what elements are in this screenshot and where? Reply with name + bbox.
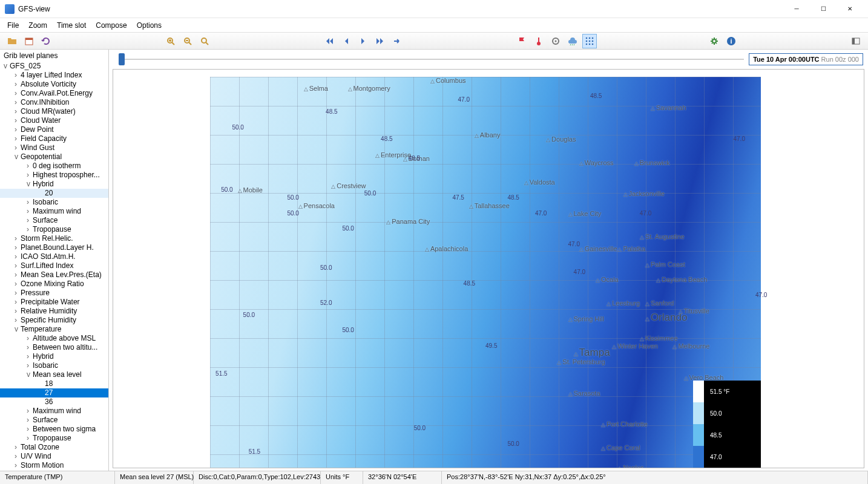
svg-point-6	[537, 42, 541, 45]
calendar-icon[interactable]	[22, 34, 36, 48]
tree-node[interactable]: ›U/V Wind	[0, 452, 108, 461]
status-pos: Pos:28°37'N,-83°-52'E Ny:31,Nx:37 Δy:0.2…	[442, 471, 868, 484]
tree-node[interactable]: ›Highest tropospher...	[0, 171, 108, 180]
precip-icon[interactable]	[565, 34, 580, 48]
tree-node[interactable]: 18	[0, 379, 108, 388]
svg-rect-1	[25, 38, 33, 40]
city-label: Leesburg	[607, 299, 640, 307]
tree-node[interactable]: ›Surface	[0, 416, 108, 425]
time-slider[interactable]	[119, 53, 744, 65]
status-units: Units °F	[321, 471, 363, 484]
tree-node[interactable]: 20	[0, 189, 108, 198]
svg-point-14	[592, 40, 594, 42]
city-label: Cape Coral	[601, 444, 640, 451]
ffwd-icon[interactable]	[373, 34, 387, 48]
panel-icon[interactable]	[849, 34, 863, 48]
tree-node[interactable]: ›Conv.INhibition	[0, 98, 108, 107]
tree-node[interactable]: 27	[0, 388, 108, 397]
tree-node[interactable]: ›Tropopause	[0, 225, 108, 234]
tree-node[interactable]: ›Tropopause	[0, 434, 108, 443]
tree-node[interactable]: ›Surface	[0, 216, 108, 225]
tree-node[interactable]: ›Isobaric	[0, 198, 108, 207]
gear-icon[interactable]	[707, 34, 722, 48]
step-back-icon[interactable]	[339, 34, 353, 48]
app-icon	[5, 4, 15, 14]
tree-node[interactable]: ›Relative Humidity	[0, 307, 108, 316]
zoom-fit-icon[interactable]	[197, 34, 212, 48]
tree-node[interactable]: ›Maximum wind	[0, 407, 108, 416]
tree-node[interactable]: ›Surf.Lifted Index	[0, 261, 108, 270]
titlebar: GFS-view ─ ☐ ✕	[0, 0, 868, 18]
map-viewport[interactable]: 51.5 °F50.048.547.0 SelmaMontgomeryColum…	[113, 69, 864, 468]
menu-zoom[interactable]: Zoom	[24, 18, 52, 33]
tree-node[interactable]: ›Altitude above MSL	[0, 334, 108, 343]
tree-node[interactable]: ›Dew Point	[0, 125, 108, 134]
city-label: Apalachicola	[425, 245, 468, 252]
tree-node[interactable]: vTemperature	[0, 325, 108, 334]
menu-options[interactable]: Options	[132, 18, 166, 33]
tree-node[interactable]: ›Between two altitu...	[0, 343, 108, 352]
tree-node[interactable]: ›Pressure	[0, 289, 108, 298]
contour-label: 50.0	[364, 190, 376, 197]
svg-rect-5	[538, 38, 539, 42]
tree-node[interactable]: ›Planet.Bound.Layer H.	[0, 243, 108, 252]
contour-label: 50.0	[342, 225, 353, 232]
step-fwd-icon[interactable]	[356, 34, 370, 48]
statusbar: Temperature (TMP) Mean sea level 27 (MSL…	[0, 471, 868, 484]
contour-label: 52.0	[320, 299, 332, 306]
rewind-icon[interactable]	[322, 34, 337, 48]
info-icon[interactable]: i	[724, 34, 738, 48]
tree-root[interactable]: vGFS_025	[0, 62, 108, 71]
tree-node[interactable]: ›Mean Sea Lev.Pres.(Eta)	[0, 270, 108, 280]
maximize-button[interactable]: ☐	[810, 1, 837, 18]
tree-node[interactable]: ›Total Ozone	[0, 443, 108, 452]
tree-node[interactable]: ›4 layer Lifted Index	[0, 71, 108, 80]
city-label: Palatka	[617, 245, 645, 252]
contour-label: 47.0	[458, 96, 470, 103]
tree-node[interactable]: ›Absolute Vorticity	[0, 80, 108, 89]
tree-node[interactable]: ›Isobaric	[0, 361, 108, 370]
menu-file[interactable]: File	[2, 18, 24, 33]
contour-label: 50.0	[221, 186, 232, 193]
city-label: Savannah	[651, 104, 686, 111]
tree-node[interactable]: 36	[0, 397, 108, 407]
tree-node[interactable]: vMean sea level	[0, 370, 108, 379]
zoom-in-icon[interactable]	[163, 34, 178, 48]
tree-node[interactable]: ›Wind Gust	[0, 143, 108, 152]
tree-node[interactable]: ›Ozone Mixing Ratio	[0, 280, 108, 289]
refresh-icon[interactable]	[39, 34, 53, 48]
menu-compose[interactable]: Compose	[91, 18, 131, 33]
tree-node[interactable]: vHybrid	[0, 180, 108, 189]
tree-node[interactable]: ›Cloud Water	[0, 116, 108, 125]
menu-timeslot[interactable]: Time slot	[52, 18, 91, 33]
tree-node[interactable]: ›Storm Motion	[0, 461, 108, 470]
tree-node[interactable]: ›Precipitable Water	[0, 298, 108, 307]
open-icon[interactable]	[5, 34, 19, 48]
city-label: Albany	[475, 131, 501, 139]
tree-node[interactable]: ›Field Capacity	[0, 134, 108, 143]
slider-handle[interactable]	[119, 53, 125, 65]
contour-label: 50.0	[507, 440, 519, 447]
thermo-icon[interactable]	[531, 34, 546, 48]
tree-node[interactable]: vGeopotential	[0, 152, 108, 162]
tree-node[interactable]: ›0 deg isotherm	[0, 162, 108, 171]
tree-node[interactable]: ›Between two sigma	[0, 425, 108, 434]
tree-node[interactable]: ›Hybrid	[0, 352, 108, 361]
tree-node[interactable]: ›Conv.Avail.Pot.Energy	[0, 89, 108, 98]
grid-icon[interactable]	[582, 34, 597, 48]
play-icon[interactable]	[390, 34, 404, 48]
tree-node[interactable]: ›ICAO Std.Atm.H.	[0, 252, 108, 261]
flag-icon[interactable]	[515, 34, 529, 48]
map-canvas[interactable]: 51.5 °F50.048.547.0 SelmaMontgomeryColum…	[210, 77, 761, 468]
minimize-button[interactable]: ─	[783, 1, 810, 18]
contour-label: 47.5	[452, 194, 464, 201]
cyclone-icon[interactable]	[548, 34, 563, 48]
close-button[interactable]: ✕	[837, 1, 863, 18]
city-label: Naples	[617, 464, 643, 468]
tree-node[interactable]: ›Storm Rel.Helic.	[0, 234, 108, 243]
tree-node[interactable]: ›Specific Humidity	[0, 316, 108, 325]
zoom-out-icon[interactable]	[180, 34, 195, 48]
tree-node[interactable]: ›Maximum wind	[0, 207, 108, 216]
sidebar[interactable]: Grib level planes vGFS_025 ›4 layer Lift…	[0, 50, 109, 471]
tree-node[interactable]: ›Cloud MR(water)	[0, 107, 108, 116]
